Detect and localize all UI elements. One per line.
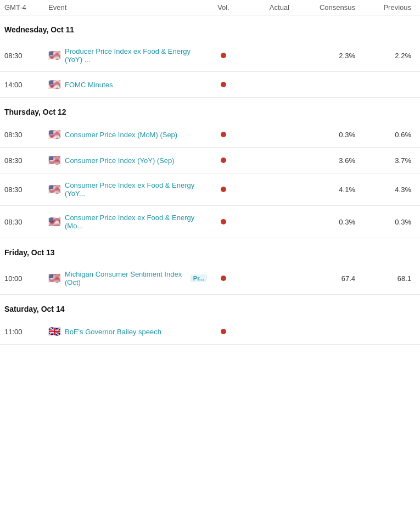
us-flag-icon: 🇺🇸 — [48, 184, 60, 194]
us-flag-icon: 🇺🇸 — [48, 155, 60, 165]
event-time: 08:30 — [4, 52, 48, 60]
vol-dot-icon — [221, 329, 226, 334]
event-name-cell[interactable]: 🇺🇸Consumer Price Index ex Food & Energy … — [48, 214, 207, 230]
table-row: 10:00🇺🇸Michigan Consumer Sentiment Index… — [0, 262, 420, 295]
previous-value: 3.7% — [361, 156, 416, 165]
section-header-3: Saturday, Oct 14 — [0, 295, 420, 319]
previous-value: 4.3% — [361, 186, 416, 194]
us-flag-icon: 🇺🇸 — [48, 273, 60, 283]
vol-dot-icon — [221, 82, 226, 87]
consensus-value: 0.3% — [295, 131, 361, 139]
calendar-table: GMT-4 Event Vol. Actual Consensus Previo… — [0, 0, 420, 345]
event-name-cell[interactable]: 🇬🇧BoE's Governor Bailey speech — [48, 327, 207, 336]
us-flag-icon: 🇺🇸 — [48, 217, 60, 227]
table-row: 08:30🇺🇸Consumer Price Index ex Food & En… — [0, 206, 420, 238]
event-time: 08:30 — [4, 156, 48, 165]
table-row: 08:30🇺🇸Producer Price Index ex Food & En… — [0, 40, 420, 72]
vol-dot-icon — [221, 53, 226, 58]
vol-cell — [207, 53, 240, 58]
consensus-value: 67.4 — [295, 274, 361, 283]
consensus-value: 4.1% — [295, 186, 361, 194]
vol-dot-icon — [221, 276, 226, 281]
vol-cell — [207, 276, 240, 281]
event-title: FOMC Minutes — [65, 81, 113, 89]
event-name-cell[interactable]: 🇺🇸Michigan Consumer Sentiment Index (Oct… — [48, 270, 207, 287]
section-header-1: Thursday, Oct 12 — [0, 98, 420, 122]
vol-cell — [207, 158, 240, 163]
header-consensus: Consensus — [295, 3, 361, 12]
us-flag-icon: 🇺🇸 — [48, 80, 60, 89]
event-title: Consumer Price Index ex Food & Energy (M… — [65, 214, 207, 230]
event-title: Producer Price Index ex Food & Energy (Y… — [65, 47, 207, 64]
header-event: Event — [48, 3, 207, 12]
vol-cell — [207, 82, 240, 87]
event-time: 08:30 — [4, 186, 48, 194]
event-name-cell[interactable]: 🇺🇸FOMC Minutes — [48, 80, 207, 89]
event-title: Consumer Price Index ex Food & Energy (Y… — [65, 181, 207, 198]
event-name-cell[interactable]: 🇺🇸Consumer Price Index (MoM) (Sep) — [48, 130, 207, 139]
header-previous: Previous — [361, 3, 416, 12]
event-time: 08:30 — [4, 218, 48, 226]
table-row: 08:30🇺🇸Consumer Price Index (YoY) (Sep)3… — [0, 148, 420, 173]
event-time: 14:00 — [4, 81, 48, 89]
table-row: 11:00🇬🇧BoE's Governor Bailey speech — [0, 319, 420, 345]
consensus-value: 2.3% — [295, 52, 361, 60]
table-row: 08:30🇺🇸Consumer Price Index (MoM) (Sep)0… — [0, 122, 420, 148]
vol-cell — [207, 219, 240, 224]
event-time: 10:00 — [4, 274, 48, 283]
table-row: 08:30🇺🇸Consumer Price Index ex Food & En… — [0, 173, 420, 206]
vol-cell — [207, 187, 240, 192]
event-time: 11:00 — [4, 328, 48, 336]
event-name-cell[interactable]: 🇺🇸Consumer Price Index ex Food & Energy … — [48, 181, 207, 198]
event-time: 08:30 — [4, 131, 48, 139]
us-flag-icon: 🇺🇸 — [48, 130, 60, 139]
header-gmt: GMT-4 — [4, 3, 48, 12]
previous-value: 68.1 — [361, 274, 416, 283]
preliminary-badge: Pr... — [191, 274, 207, 282]
us-flag-icon: 🇺🇸 — [48, 50, 60, 60]
event-name-cell[interactable]: 🇺🇸Producer Price Index ex Food & Energy … — [48, 47, 207, 64]
header-actual: Actual — [240, 3, 295, 12]
table-header: GMT-4 Event Vol. Actual Consensus Previo… — [0, 0, 420, 15]
section-header-2: Friday, Oct 13 — [0, 238, 420, 262]
header-vol: Vol. — [207, 3, 240, 12]
previous-value: 0.3% — [361, 218, 416, 226]
vol-dot-icon — [221, 158, 226, 163]
vol-cell — [207, 132, 240, 137]
event-name-cell[interactable]: 🇺🇸Consumer Price Index (YoY) (Sep) — [48, 155, 207, 165]
previous-value: 2.2% — [361, 52, 416, 60]
table-row: 14:00🇺🇸FOMC Minutes — [0, 72, 420, 98]
vol-cell — [207, 329, 240, 334]
gb-flag-icon: 🇬🇧 — [48, 327, 60, 336]
vol-dot-icon — [221, 187, 226, 192]
event-title: BoE's Governor Bailey speech — [65, 328, 161, 336]
calendar-body: Wednesday, Oct 1108:30🇺🇸Producer Price I… — [0, 15, 420, 345]
consensus-value: 0.3% — [295, 218, 361, 226]
vol-dot-icon — [221, 132, 226, 137]
section-header-0: Wednesday, Oct 11 — [0, 15, 420, 40]
event-title: Consumer Price Index (YoY) (Sep) — [65, 156, 175, 165]
previous-value: 0.6% — [361, 131, 416, 139]
event-title: Consumer Price Index (MoM) (Sep) — [65, 131, 177, 139]
event-title: Michigan Consumer Sentiment Index (Oct) — [65, 270, 184, 287]
consensus-value: 3.6% — [295, 156, 361, 165]
vol-dot-icon — [221, 219, 226, 224]
